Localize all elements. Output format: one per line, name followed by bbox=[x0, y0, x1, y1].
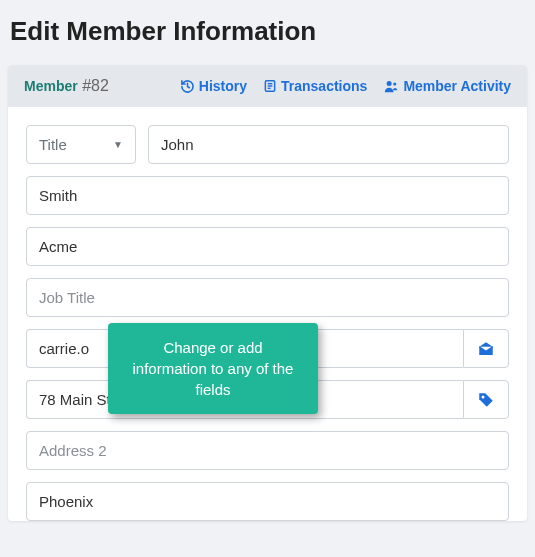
header-links: History Transactions Member Activity bbox=[180, 78, 511, 94]
tooltip-text: Change or add information to any of the … bbox=[133, 339, 294, 398]
svg-point-4 bbox=[387, 80, 392, 85]
address2-input[interactable] bbox=[26, 431, 509, 470]
company-input[interactable] bbox=[26, 227, 509, 266]
member-card: Member #82 History Transactions Member bbox=[8, 65, 527, 521]
person-icon bbox=[383, 79, 399, 94]
help-tooltip: Change or add information to any of the … bbox=[108, 323, 318, 414]
transactions-icon bbox=[263, 79, 277, 93]
history-icon bbox=[180, 79, 195, 94]
transactions-link[interactable]: Transactions bbox=[263, 78, 367, 94]
title-select-label: Title bbox=[39, 136, 67, 153]
city-input[interactable] bbox=[26, 482, 509, 521]
svg-point-5 bbox=[394, 82, 397, 85]
member-label: Member bbox=[24, 78, 78, 94]
member-heading: Member #82 bbox=[24, 77, 109, 95]
email-addon-button[interactable] bbox=[463, 329, 509, 368]
caret-down-icon: ▼ bbox=[113, 139, 123, 150]
activity-label: Member Activity bbox=[403, 78, 511, 94]
title-select[interactable]: Title ▼ bbox=[26, 125, 136, 164]
card-header: Member #82 History Transactions Member bbox=[8, 65, 527, 107]
transactions-label: Transactions bbox=[281, 78, 367, 94]
job-title-input[interactable] bbox=[26, 278, 509, 317]
activity-link[interactable]: Member Activity bbox=[383, 78, 511, 94]
last-name-input[interactable] bbox=[26, 176, 509, 215]
first-name-input[interactable] bbox=[148, 125, 509, 164]
envelope-open-icon bbox=[477, 340, 495, 358]
page-title: Edit Member Information bbox=[10, 16, 527, 47]
card-body: Title ▼ bbox=[8, 107, 527, 521]
tag-icon bbox=[477, 391, 495, 409]
history-label: History bbox=[199, 78, 247, 94]
address-addon-button[interactable] bbox=[463, 380, 509, 419]
svg-point-6 bbox=[482, 395, 485, 398]
member-id: #82 bbox=[82, 77, 109, 94]
history-link[interactable]: History bbox=[180, 78, 247, 94]
